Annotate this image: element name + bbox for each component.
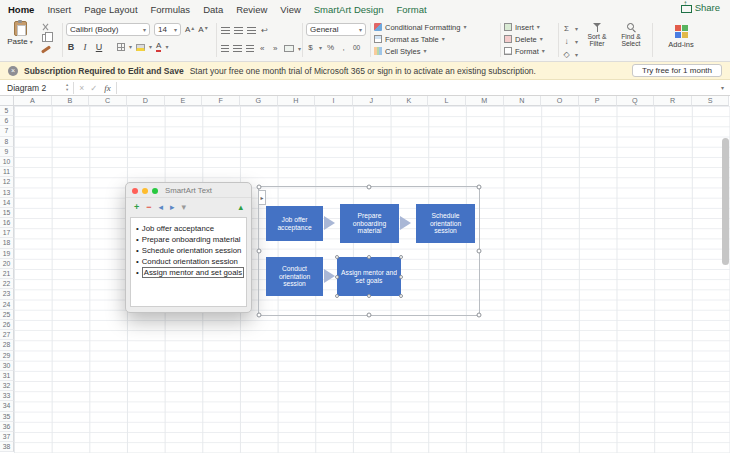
column-header-A[interactable]: A xyxy=(14,96,52,106)
move-down-icon[interactable]: ▾ xyxy=(182,202,187,212)
wrap-text-icon[interactable]: ↩ xyxy=(260,25,269,36)
row-header-27[interactable]: 27 xyxy=(0,330,14,340)
format-as-table-button[interactable]: Format as Table ▾ xyxy=(374,33,498,45)
merge-center-icon[interactable] xyxy=(284,45,294,52)
minimize-icon[interactable] xyxy=(142,188,148,194)
row-header-21[interactable]: 21 xyxy=(0,269,14,279)
row-header-14[interactable]: 14 xyxy=(0,198,14,208)
autosum-button[interactable]: Σ ▾ xyxy=(562,23,580,34)
selection-handle[interactable] xyxy=(477,313,482,318)
selection-handle[interactable] xyxy=(367,294,371,298)
row-header-38[interactable]: 38 xyxy=(0,442,14,452)
addins-button[interactable]: Add-ins xyxy=(658,25,704,65)
demote-icon[interactable]: ▸ xyxy=(170,202,175,212)
diagram-shape[interactable]: Conduct orientation session xyxy=(266,257,323,296)
tab-formulas[interactable]: Formulas xyxy=(151,4,191,15)
formula-bar-expand-icon[interactable]: ▾ xyxy=(721,85,724,91)
row-header-13[interactable]: 13 xyxy=(0,188,14,198)
selection-handle[interactable] xyxy=(367,255,371,259)
selection-handle[interactable] xyxy=(257,313,262,318)
selection-handle[interactable] xyxy=(335,255,339,259)
row-header-15[interactable]: 15 xyxy=(0,208,14,218)
row-header-11[interactable]: 11 xyxy=(0,167,14,177)
diagram-shape[interactable]: Prepare onboarding material xyxy=(340,204,399,243)
fill-button[interactable]: ↓ ▾ xyxy=(562,36,580,47)
smartart-pane-titlebar[interactable]: SmartArt Text xyxy=(126,183,251,198)
format-cells-button[interactable]: Format ▾ xyxy=(504,45,556,57)
row-header-19[interactable]: 19 xyxy=(0,249,14,259)
smartart-list-item[interactable]: •Conduct orientation session xyxy=(136,256,241,267)
cell-styles-button[interactable]: Cell Styles ▾ xyxy=(374,45,498,57)
number-format-combo[interactable]: General ▾ xyxy=(306,23,366,36)
selection-handle[interactable] xyxy=(399,275,403,279)
tab-format[interactable]: Format xyxy=(396,4,426,15)
row-header-8[interactable]: 8 xyxy=(0,137,14,147)
row-header-18[interactable]: 18 xyxy=(0,238,14,248)
move-up-icon[interactable]: ▴ xyxy=(238,202,243,212)
tab-smartart-design[interactable]: SmartArt Design xyxy=(314,4,384,15)
selection-handle[interactable] xyxy=(335,294,339,298)
copy-icon[interactable] xyxy=(42,34,49,42)
row-header-34[interactable]: 34 xyxy=(0,401,14,411)
row-header-35[interactable]: 35 xyxy=(0,412,14,422)
row-header-32[interactable]: 32 xyxy=(0,381,14,391)
name-box[interactable]: Diagram 2 xyxy=(0,83,62,93)
tab-review[interactable]: Review xyxy=(236,4,267,15)
column-header-S[interactable]: S xyxy=(692,96,730,106)
borders-icon[interactable] xyxy=(117,43,125,51)
smartart-list-item[interactable]: •Schedule orientation session xyxy=(136,245,241,256)
column-header-J[interactable]: J xyxy=(353,96,391,106)
column-header-P[interactable]: P xyxy=(579,96,617,106)
selection-handle[interactable] xyxy=(367,313,372,318)
row-header-30[interactable]: 30 xyxy=(0,361,14,371)
underline-button[interactable]: U xyxy=(94,42,104,52)
column-header-D[interactable]: D xyxy=(127,96,165,106)
text-pane-toggle[interactable]: ▸ xyxy=(258,190,266,205)
column-header-B[interactable]: B xyxy=(52,96,90,106)
font-size-combo[interactable]: 14 ▾ xyxy=(154,23,181,36)
remove-bullet-icon[interactable]: − xyxy=(146,202,151,212)
decrease-indent-icon[interactable]: « xyxy=(258,43,267,54)
row-header-37[interactable]: 37 xyxy=(0,432,14,442)
column-header-Q[interactable]: Q xyxy=(617,96,655,106)
decrease-font-button[interactable]: A ▾ xyxy=(198,25,207,34)
font-name-combo[interactable]: Calibri (Body) ▾ xyxy=(66,23,150,36)
column-header-I[interactable]: I xyxy=(315,96,353,106)
bold-button[interactable]: B xyxy=(66,42,76,52)
selection-handle[interactable] xyxy=(477,185,482,190)
format-painter-icon[interactable] xyxy=(41,45,51,53)
column-header-L[interactable]: L xyxy=(428,96,466,106)
clear-button[interactable]: ◇ ▾ xyxy=(562,49,580,60)
row-header-20[interactable]: 20 xyxy=(0,259,14,269)
align-center-icon[interactable] xyxy=(233,45,241,52)
column-header-C[interactable]: C xyxy=(89,96,127,106)
share-button[interactable]: ↑ Share xyxy=(681,2,720,13)
tab-home[interactable]: Home xyxy=(8,4,34,15)
currency-icon[interactable]: $ xyxy=(306,42,315,53)
row-header-10[interactable]: 10 xyxy=(0,157,14,167)
row-header-29[interactable]: 29 xyxy=(0,351,14,361)
insert-function-icon[interactable]: fx xyxy=(104,83,111,93)
decimal-icon[interactable]: 00 xyxy=(352,42,361,53)
smartart-list-item[interactable]: •Prepare onboarding material xyxy=(136,234,241,245)
selection-handle[interactable] xyxy=(367,185,372,190)
column-header-O[interactable]: O xyxy=(541,96,579,106)
tab-data[interactable]: Data xyxy=(203,4,223,15)
row-header-25[interactable]: 25 xyxy=(0,310,14,320)
enter-icon[interactable]: ✓ xyxy=(90,83,97,93)
sort-filter-button[interactable]: Sort & Filter xyxy=(580,23,614,61)
column-header-R[interactable]: R xyxy=(654,96,692,106)
font-color-icon[interactable]: A xyxy=(156,42,161,52)
tab-page-layout[interactable]: Page Layout xyxy=(84,4,137,15)
row-header-17[interactable]: 17 xyxy=(0,228,14,238)
align-top-icon[interactable] xyxy=(221,27,230,34)
align-right-icon[interactable] xyxy=(246,45,254,52)
diagram-shape[interactable]: Job offer acceptance xyxy=(266,206,323,241)
find-select-button[interactable]: Find & Select xyxy=(614,23,648,61)
row-header-12[interactable]: 12 xyxy=(0,177,14,187)
row-header-26[interactable]: 26 xyxy=(0,320,14,330)
smartart-list-item[interactable]: •Assign mentor and set goals xyxy=(136,267,241,278)
row-header-23[interactable]: 23 xyxy=(0,289,14,299)
close-icon[interactable] xyxy=(132,188,138,194)
selection-handle[interactable] xyxy=(399,255,403,259)
